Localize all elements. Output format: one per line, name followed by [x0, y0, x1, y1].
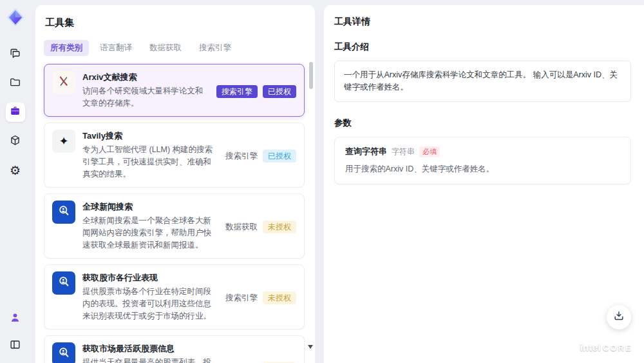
status-badge: 未授权 [263, 221, 296, 233]
user-icon [9, 311, 21, 326]
folder-icon [9, 76, 21, 91]
person-search-icon [57, 275, 71, 291]
tool-card[interactable]: 全球新闻搜索 全球新闻搜索是一个聚合全球各大新闻网站内容的搜索引擎，帮助用户快速… [44, 193, 305, 259]
sidebar-nav: ⚙ [6, 44, 25, 180]
tool-card[interactable]: ✦ Tavily搜索 专为人工智能代理 (LLM) 构建的搜索引擎工具，可快速提… [44, 123, 305, 188]
tool-card[interactable]: Arxiv文献搜索 访问各个研究领域大量科学论文和文章的存储库。 搜索引擎 已授… [44, 64, 305, 117]
tool-name: Arxiv文献搜索 [82, 72, 204, 83]
sidebar-item-settings[interactable]: ⚙ [6, 161, 25, 180]
sidebar-item-panel-toggle[interactable] [6, 336, 25, 355]
arxiv-icon [57, 75, 70, 90]
category-badge: 搜索引擎 [225, 293, 258, 304]
cube-icon [9, 134, 21, 149]
sidebar-item-packages[interactable] [6, 132, 25, 151]
download-button[interactable] [607, 305, 631, 329]
four-point-star-icon: ✦ [59, 135, 68, 147]
tool-badges: 搜索引擎 未授权 [225, 344, 296, 363]
sidebar-bottom [6, 309, 25, 355]
brand-core: core [603, 344, 632, 353]
person-search-icon [57, 204, 71, 221]
category-badge: 数据获取 [225, 222, 258, 233]
params-heading: 参数 [334, 117, 631, 129]
tool-name: 全球新闻搜索 [82, 201, 213, 212]
panel-toggle-icon [9, 338, 21, 353]
chat-icon [9, 47, 21, 62]
tool-card[interactable]: 获取市场最活跃股票信息 提供当天交易量最高的股票列表，投资者可以利用这些信息来识… [44, 335, 305, 363]
category-badge: 搜索引擎 [225, 151, 258, 162]
app-sidebar: ⚙ [0, 0, 30, 363]
sidebar-item-chat[interactable] [6, 44, 25, 64]
tab-0[interactable]: 所有类别 [44, 40, 89, 56]
brand-intel: intel [580, 342, 601, 353]
gem-logo-icon [4, 6, 27, 29]
tool-description: 访问各个研究领域大量科学论文和文章的存储库。 [82, 85, 204, 110]
toolset-panel: 工具集 所有类别语言翻译数据获取搜索引擎 Arxiv文献搜索 访问各个研究领域大… [35, 5, 315, 363]
gear-icon: ⚙ [10, 164, 21, 177]
params-list: 查询字符串 字符串 必填 用于搜索的Arxiv ID、关键字或作者姓名。 [334, 137, 631, 184]
tool-name: 获取市场最活跃股票信息 [82, 343, 213, 354]
toolset-title: 工具集 [45, 17, 305, 29]
triangle-down-icon[interactable] [308, 345, 313, 349]
tool-name: Tavily搜索 [82, 130, 213, 141]
tool-badges: 搜索引擎 未授权 [225, 273, 296, 322]
tool-name: 获取股市各行业表现 [82, 272, 213, 283]
status-badge: 未授权 [263, 291, 296, 304]
tool-description: 专为人工智能代理 (LLM) 构建的搜索引擎工具，可快速提供实时、准确和真实的结… [82, 144, 213, 181]
status-badge: 已授权 [263, 85, 296, 98]
tab-1[interactable]: 语言翻译 [93, 40, 138, 56]
status-badge: 已授权 [263, 150, 296, 162]
parameter-card: 查询字符串 字符串 必填 用于搜索的Arxiv ID、关键字或作者姓名。 [334, 137, 631, 184]
tab-3[interactable]: 搜索引擎 [193, 40, 238, 56]
param-type: 字符串 [392, 146, 415, 157]
tool-list: Arxiv文献搜索 访问各个研究领域大量科学论文和文章的存储库。 搜索引擎 已授… [44, 64, 305, 363]
intro-text: 一个用于从Arxiv存储库搜索科学论文和文章的工具。 输入可以是Arxiv ID… [334, 61, 631, 102]
tool-description: 提供当天交易量最高的股票列表，投资者可以利用这些信息来识别流动性强的股票和潜在的… [82, 357, 213, 363]
details-title: 工具详情 [334, 16, 631, 28]
sidebar-item-folder[interactable] [6, 74, 25, 93]
param-name: 查询字符串 [345, 146, 387, 157]
intel-core-logo: intel core [580, 342, 632, 353]
panel-divider [315, 5, 324, 363]
param-required-badge: 必填 [419, 146, 440, 157]
tool-details-panel: 工具详情 工具介绍 一个用于从Arxiv存储库搜索科学论文和文章的工具。 输入可… [324, 5, 644, 363]
intro-heading: 工具介绍 [334, 41, 631, 53]
briefcase-icon [9, 105, 21, 120]
category-badge: 搜索引擎 [216, 85, 258, 98]
tool-badges: 数据获取 未授权 [225, 202, 296, 251]
sidebar-item-user[interactable] [6, 309, 25, 328]
scrollbar-thumb[interactable] [309, 62, 313, 89]
person-search-icon [57, 346, 71, 362]
download-icon [612, 309, 625, 325]
tool-card[interactable]: 获取股市各行业表现 提供股票市场各个行业在特定时间段内的表现。投资者可以利用这些… [44, 264, 305, 329]
sidebar-item-toolbox[interactable] [6, 103, 25, 122]
param-description: 用于搜索的Arxiv ID、关键字或作者姓名。 [345, 163, 620, 175]
main-area: 工具集 所有类别语言翻译数据获取搜索引擎 Arxiv文献搜索 访问各个研究领域大… [35, 5, 644, 363]
tool-description: 提供股票市场各个行业在特定时间段内的表现。投资者可以利用这些信息来识别表现优于或… [82, 286, 213, 322]
tool-description: 全球新闻搜索是一个聚合全球各大新闻网站内容的搜索引擎，帮助用户快速获取全球最新资… [82, 215, 213, 251]
tool-badges: 搜索引擎 已授权 [216, 73, 296, 110]
tool-badges: 搜索引擎 已授权 [225, 132, 296, 181]
tab-2[interactable]: 数据获取 [143, 40, 188, 56]
category-tabs: 所有类别语言翻译数据获取搜索引擎 [44, 40, 305, 56]
